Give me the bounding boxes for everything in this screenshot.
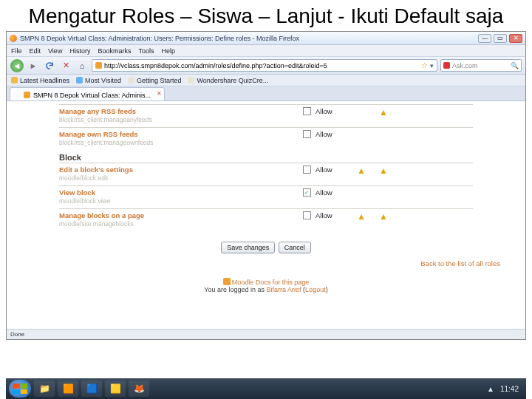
- task-explorer-icon[interactable]: 📁: [34, 381, 55, 397]
- stop-button[interactable]: ✕: [59, 59, 72, 72]
- risk-icon: ▲: [372, 107, 395, 117]
- status-bar: Done: [7, 329, 525, 339]
- capability-name: View blockmoodle/block:view: [59, 188, 303, 205]
- risk-icon: ▲: [350, 211, 372, 222]
- window-title: SMPN 8 Depok Virtual Class: Administrati…: [20, 35, 478, 42]
- task-firefox-icon[interactable]: 🦊: [129, 381, 149, 397]
- page-icon: [128, 77, 134, 83]
- url-text: http://vclass.smpn8depok.com/admin/roles…: [104, 62, 327, 69]
- allow-checkbox[interactable]: [303, 107, 311, 115]
- folder-icon: [76, 77, 83, 83]
- firefox-icon: [10, 35, 17, 42]
- bookmark-star-icon[interactable]: ☆: [421, 61, 428, 69]
- navbar: ◄ ► ✕ ⌂ http://vclass.smpn8depok.com/adm…: [7, 57, 525, 75]
- allow-checkbox[interactable]: ✓: [303, 188, 311, 197]
- allow-checkbox[interactable]: [303, 211, 311, 219]
- url-dropdown-icon[interactable]: ▾: [430, 62, 434, 69]
- browser-window: SMPN 8 Depok Virtual Class: Administrati…: [6, 31, 526, 340]
- clock: 11:42: [500, 385, 519, 393]
- menu-file[interactable]: File: [11, 47, 22, 55]
- tabstrip: SMPN 8 Depok Virtual Class: Adminis... ✕: [7, 86, 525, 101]
- slide-title: Mengatur Roles – Siswa – Lanjut - Ikuti …: [0, 0, 532, 30]
- tray-arrow-icon[interactable]: ▲: [487, 385, 494, 393]
- menu-history[interactable]: History: [69, 47, 90, 55]
- menubar: File Edit View History Bookmarks Tools H…: [7, 45, 525, 57]
- search-engine-icon: [443, 62, 450, 69]
- perm-row: View blockmoodle/block:view ✓ Allow: [59, 185, 473, 208]
- browser-tab[interactable]: SMPN 8 Depok Virtual Class: Adminis... ✕: [10, 87, 165, 100]
- menu-edit[interactable]: Edit: [30, 47, 41, 55]
- start-button[interactable]: [9, 380, 31, 398]
- perm-row: Edit a block's settingsmoodle/block:edit…: [59, 163, 473, 185]
- search-placeholder: Ask.com: [452, 62, 478, 69]
- forward-button[interactable]: ►: [27, 59, 40, 72]
- allow-label: Allow: [313, 130, 350, 138]
- search-go-icon[interactable]: 🔍: [511, 62, 519, 69]
- page-content: Manage any RSS feedsblock/rss_client:man…: [7, 101, 525, 329]
- maximize-button[interactable]: ▭: [494, 34, 507, 43]
- tab-close-icon[interactable]: ✕: [157, 90, 162, 97]
- bookmark-latest-headlines[interactable]: Latest Headlines: [11, 77, 69, 84]
- site-favicon: [95, 62, 102, 69]
- allow-label: Allow: [313, 211, 350, 219]
- back-to-roles-link[interactable]: Back to the list of all roles: [420, 259, 500, 267]
- capability-name: Manage own RSS feedsblock/rss_client:man…: [59, 130, 303, 146]
- risk-icon: ▲: [372, 166, 395, 176]
- back-button[interactable]: ◄: [10, 59, 24, 72]
- task-app-icon[interactable]: 🟦: [81, 381, 102, 397]
- bookmarks-bar: Latest Headlines Most Visited Getting St…: [7, 75, 525, 86]
- menu-tools[interactable]: Tools: [138, 47, 154, 55]
- capability-name: Manage blocks on a pagemoodle/site:manag…: [59, 211, 303, 228]
- allow-label: Allow: [313, 166, 350, 174]
- home-button[interactable]: ⌂: [75, 59, 89, 72]
- moodle-docs-link[interactable]: Moodle Docs for this page: [232, 279, 310, 286]
- menu-help[interactable]: Help: [161, 47, 175, 55]
- allow-label: Allow: [313, 107, 350, 115]
- allow-checkbox[interactable]: [303, 166, 311, 174]
- login-status: You are logged in as Bifarra Arief (Logo…: [7, 286, 525, 293]
- menu-bookmarks[interactable]: Bookmarks: [98, 47, 131, 55]
- minimize-button[interactable]: —: [478, 34, 491, 43]
- cancel-button[interactable]: Cancel: [279, 242, 311, 253]
- rss-icon: [11, 77, 18, 83]
- page-icon: [188, 77, 194, 83]
- allow-label: Allow: [313, 188, 350, 197]
- capability-name: Edit a block's settingsmoodle/block:edit: [59, 166, 303, 182]
- task-app-icon[interactable]: 🟧: [58, 381, 78, 397]
- capability-name: Manage any RSS feedsblock/rss_client:man…: [59, 107, 303, 123]
- perm-row: Manage own RSS feedsblock/rss_client:man…: [59, 127, 473, 150]
- search-box[interactable]: Ask.com 🔍: [440, 59, 522, 72]
- allow-checkbox[interactable]: [303, 130, 311, 138]
- reload-button[interactable]: [43, 59, 56, 72]
- bookmark-getting-started[interactable]: Getting Started: [128, 77, 182, 84]
- save-button[interactable]: Save changes: [221, 242, 275, 253]
- menu-view[interactable]: View: [48, 47, 62, 55]
- taskbar: 📁 🟧 🟦 🟨 🦊 ▲ 11:42: [6, 378, 526, 399]
- titlebar: SMPN 8 Depok Virtual Class: Administrati…: [7, 32, 525, 45]
- logout-link[interactable]: Logout: [305, 286, 326, 293]
- url-bar[interactable]: http://vclass.smpn8depok.com/admin/roles…: [92, 59, 437, 72]
- task-app-icon[interactable]: 🟨: [105, 381, 126, 397]
- perm-row: Manage any RSS feedsblock/rss_client:man…: [59, 104, 473, 127]
- bookmark-quizcreator[interactable]: Wondershare QuizCre...: [188, 77, 268, 84]
- risk-icon: ▲: [350, 166, 372, 176]
- section-header-block: Block: [59, 150, 473, 163]
- tab-favicon: [24, 92, 30, 98]
- tab-label: SMPN 8 Depok Virtual Class: Adminis...: [33, 92, 151, 99]
- risk-icon: ▲: [372, 211, 395, 222]
- moodle-docs-icon: [223, 278, 231, 285]
- close-button[interactable]: ✕: [509, 34, 522, 43]
- bookmark-most-visited[interactable]: Most Visited: [76, 77, 121, 84]
- perm-row: Manage blocks on a pagemoodle/site:manag…: [59, 208, 473, 231]
